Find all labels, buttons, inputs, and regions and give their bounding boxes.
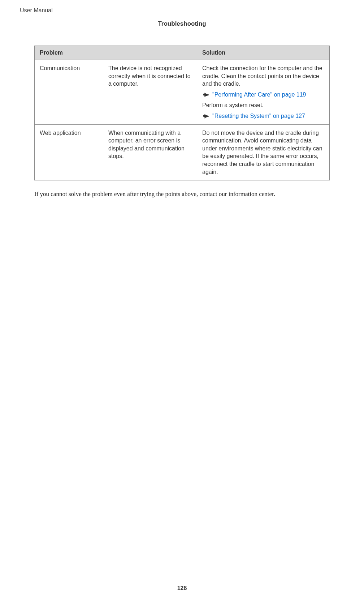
hand-pointer-icon bbox=[202, 92, 210, 97]
cross-reference-link[interactable]: "Performing After Care" on page 119 bbox=[212, 91, 306, 99]
troubleshooting-table: Problem Solution Communication The devic… bbox=[34, 46, 330, 180]
table-header-problem: Problem bbox=[35, 46, 197, 60]
cross-reference-link[interactable]: "Resetting the System" on page 127 bbox=[212, 112, 305, 120]
after-note: If you cannot solve the problem even aft… bbox=[34, 191, 330, 198]
hand-pointer-icon bbox=[202, 113, 210, 119]
problem-description: When communicating with a computer, an e… bbox=[103, 124, 197, 180]
problem-category: Communication bbox=[35, 60, 103, 125]
table-header-solution: Solution bbox=[197, 46, 330, 60]
page-number: 126 bbox=[0, 585, 364, 592]
document-title: User Manual bbox=[20, 7, 330, 14]
solution-cell: Do not move the device and the cradle du… bbox=[197, 124, 330, 180]
problem-description: The device is not recognized correctly w… bbox=[103, 60, 197, 125]
solution-text: Do not move the device and the cradle du… bbox=[202, 129, 324, 176]
solution-text: Check the connection for the computer an… bbox=[202, 64, 324, 88]
table-row: Communication The device is not recogniz… bbox=[35, 60, 330, 125]
table-row: Web application When communicating with … bbox=[35, 124, 330, 180]
problem-category: Web application bbox=[35, 124, 103, 180]
section-title: Troubleshooting bbox=[34, 20, 330, 27]
solution-text: Perform a system reset. bbox=[202, 101, 324, 109]
solution-cell: Check the connection for the computer an… bbox=[197, 60, 330, 125]
